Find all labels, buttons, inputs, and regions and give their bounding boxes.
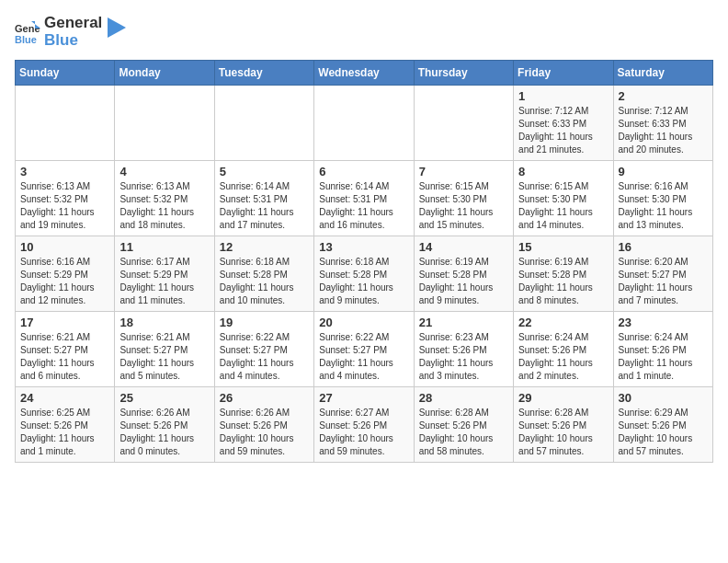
day-number: 8 xyxy=(518,165,608,178)
logo-blue: Blue xyxy=(44,32,102,50)
day-info: Sunrise: 6:19 AM Sunset: 5:28 PM Dayligh… xyxy=(419,256,508,307)
logo-icon: General Blue xyxy=(15,19,40,45)
day-number: 28 xyxy=(419,391,508,405)
day-number: 15 xyxy=(518,240,608,254)
day-info: Sunrise: 6:29 AM Sunset: 5:26 PM Dayligh… xyxy=(619,407,708,458)
day-info: Sunrise: 6:13 AM Sunset: 5:32 PM Dayligh… xyxy=(119,180,209,232)
day-info: Sunrise: 6:13 AM Sunset: 5:32 PM Dayligh… xyxy=(20,180,109,232)
day-number: 18 xyxy=(119,316,209,329)
day-number: 11 xyxy=(119,240,209,254)
calendar-cell: 7Sunrise: 6:15 AM Sunset: 5:30 PM Daylig… xyxy=(414,161,513,236)
calendar-cell: 5Sunrise: 6:14 AM Sunset: 5:31 PM Daylig… xyxy=(214,161,313,236)
calendar-cell: 3Sunrise: 6:13 AM Sunset: 5:32 PM Daylig… xyxy=(16,161,115,236)
calendar-header-wednesday: Wednesday xyxy=(314,61,414,86)
day-number: 6 xyxy=(319,165,408,178)
calendar-cell xyxy=(115,86,214,161)
day-info: Sunrise: 6:16 AM Sunset: 5:30 PM Dayligh… xyxy=(619,180,708,232)
day-info: Sunrise: 6:15 AM Sunset: 5:30 PM Dayligh… xyxy=(419,180,508,232)
day-number: 22 xyxy=(518,316,608,329)
calendar-cell: 10Sunrise: 6:16 AM Sunset: 5:29 PM Dayli… xyxy=(16,236,115,312)
day-info: Sunrise: 6:18 AM Sunset: 5:28 PM Dayligh… xyxy=(319,256,408,307)
logo-arrow-icon xyxy=(108,17,126,38)
day-number: 21 xyxy=(419,316,508,329)
calendar-cell: 12Sunrise: 6:18 AM Sunset: 5:28 PM Dayli… xyxy=(214,236,313,312)
calendar-week-row: 17Sunrise: 6:21 AM Sunset: 5:27 PM Dayli… xyxy=(16,312,713,387)
calendar-header-sunday: Sunday xyxy=(16,61,115,86)
day-number: 27 xyxy=(319,391,408,405)
day-number: 13 xyxy=(319,240,408,254)
svg-text:Blue: Blue xyxy=(15,34,37,45)
calendar-cell: 9Sunrise: 6:16 AM Sunset: 5:30 PM Daylig… xyxy=(613,161,712,236)
calendar-cell xyxy=(314,86,414,161)
day-number: 14 xyxy=(419,240,508,254)
day-info: Sunrise: 6:22 AM Sunset: 5:27 PM Dayligh… xyxy=(220,331,309,383)
day-info: Sunrise: 6:28 AM Sunset: 5:26 PM Dayligh… xyxy=(518,407,608,458)
calendar-cell: 24Sunrise: 6:25 AM Sunset: 5:26 PM Dayli… xyxy=(16,387,115,463)
day-info: Sunrise: 6:18 AM Sunset: 5:28 PM Dayligh… xyxy=(220,256,309,307)
day-info: Sunrise: 6:14 AM Sunset: 5:31 PM Dayligh… xyxy=(319,180,408,232)
day-info: Sunrise: 6:15 AM Sunset: 5:30 PM Dayligh… xyxy=(518,180,608,232)
calendar-header-monday: Monday xyxy=(115,61,214,86)
day-info: Sunrise: 6:14 AM Sunset: 5:31 PM Dayligh… xyxy=(220,180,309,232)
day-number: 23 xyxy=(619,316,708,329)
calendar-cell: 26Sunrise: 6:26 AM Sunset: 5:26 PM Dayli… xyxy=(214,387,313,463)
day-number: 2 xyxy=(619,89,708,103)
logo: General Blue General Blue xyxy=(15,15,126,49)
calendar-cell: 6Sunrise: 6:14 AM Sunset: 5:31 PM Daylig… xyxy=(314,161,414,236)
day-info: Sunrise: 6:24 AM Sunset: 5:26 PM Dayligh… xyxy=(619,331,708,383)
day-number: 1 xyxy=(518,89,608,103)
calendar-header-tuesday: Tuesday xyxy=(214,61,313,86)
day-info: Sunrise: 6:27 AM Sunset: 5:26 PM Dayligh… xyxy=(319,407,408,458)
day-info: Sunrise: 7:12 AM Sunset: 6:33 PM Dayligh… xyxy=(518,105,608,156)
day-number: 26 xyxy=(220,391,309,405)
day-info: Sunrise: 6:17 AM Sunset: 5:29 PM Dayligh… xyxy=(119,256,209,307)
logo-general: General xyxy=(44,15,102,32)
calendar-cell xyxy=(16,86,115,161)
day-info: Sunrise: 6:16 AM Sunset: 5:29 PM Dayligh… xyxy=(20,256,109,307)
calendar-header-row: SundayMondayTuesdayWednesdayThursdayFrid… xyxy=(16,61,713,86)
calendar-cell: 27Sunrise: 6:27 AM Sunset: 5:26 PM Dayli… xyxy=(314,387,414,463)
calendar-header-thursday: Thursday xyxy=(414,61,513,86)
calendar-cell: 1Sunrise: 7:12 AM Sunset: 6:33 PM Daylig… xyxy=(514,86,613,161)
calendar-week-row: 1Sunrise: 7:12 AM Sunset: 6:33 PM Daylig… xyxy=(16,86,713,161)
day-info: Sunrise: 6:21 AM Sunset: 5:27 PM Dayligh… xyxy=(20,331,109,383)
day-number: 12 xyxy=(220,240,309,254)
day-number: 17 xyxy=(20,316,109,329)
day-info: Sunrise: 6:26 AM Sunset: 5:26 PM Dayligh… xyxy=(220,407,309,458)
day-info: Sunrise: 6:26 AM Sunset: 5:26 PM Dayligh… xyxy=(119,407,209,458)
calendar-week-row: 3Sunrise: 6:13 AM Sunset: 5:32 PM Daylig… xyxy=(16,161,713,236)
header: General Blue General Blue xyxy=(15,15,713,49)
calendar-cell: 2Sunrise: 7:12 AM Sunset: 6:33 PM Daylig… xyxy=(613,86,712,161)
day-number: 5 xyxy=(220,165,309,178)
calendar-cell: 22Sunrise: 6:24 AM Sunset: 5:26 PM Dayli… xyxy=(514,312,613,387)
calendar-cell: 17Sunrise: 6:21 AM Sunset: 5:27 PM Dayli… xyxy=(16,312,115,387)
day-number: 24 xyxy=(20,391,109,405)
day-info: Sunrise: 6:28 AM Sunset: 5:26 PM Dayligh… xyxy=(419,407,508,458)
day-info: Sunrise: 6:24 AM Sunset: 5:26 PM Dayligh… xyxy=(518,331,608,383)
calendar-cell: 28Sunrise: 6:28 AM Sunset: 5:26 PM Dayli… xyxy=(414,387,513,463)
calendar-cell: 25Sunrise: 6:26 AM Sunset: 5:26 PM Dayli… xyxy=(115,387,214,463)
svg-marker-3 xyxy=(108,17,126,38)
calendar-cell: 29Sunrise: 6:28 AM Sunset: 5:26 PM Dayli… xyxy=(514,387,613,463)
calendar-cell xyxy=(214,86,313,161)
calendar-cell: 15Sunrise: 6:19 AM Sunset: 5:28 PM Dayli… xyxy=(514,236,613,312)
day-number: 29 xyxy=(518,391,608,405)
day-number: 25 xyxy=(119,391,209,405)
day-number: 16 xyxy=(619,240,708,254)
calendar-cell: 4Sunrise: 6:13 AM Sunset: 5:32 PM Daylig… xyxy=(115,161,214,236)
day-number: 4 xyxy=(119,165,209,178)
calendar-cell: 23Sunrise: 6:24 AM Sunset: 5:26 PM Dayli… xyxy=(613,312,712,387)
calendar-cell: 13Sunrise: 6:18 AM Sunset: 5:28 PM Dayli… xyxy=(314,236,414,312)
day-number: 3 xyxy=(20,165,109,178)
day-number: 10 xyxy=(20,240,109,254)
calendar-week-row: 24Sunrise: 6:25 AM Sunset: 5:26 PM Dayli… xyxy=(16,387,713,463)
calendar-table: SundayMondayTuesdayWednesdayThursdayFrid… xyxy=(15,60,713,463)
day-info: Sunrise: 6:20 AM Sunset: 5:27 PM Dayligh… xyxy=(619,256,708,307)
day-info: Sunrise: 6:22 AM Sunset: 5:27 PM Dayligh… xyxy=(319,331,408,383)
day-info: Sunrise: 6:19 AM Sunset: 5:28 PM Dayligh… xyxy=(518,256,608,307)
calendar-cell: 20Sunrise: 6:22 AM Sunset: 5:27 PM Dayli… xyxy=(314,312,414,387)
calendar-cell: 14Sunrise: 6:19 AM Sunset: 5:28 PM Dayli… xyxy=(414,236,513,312)
calendar-cell: 19Sunrise: 6:22 AM Sunset: 5:27 PM Dayli… xyxy=(214,312,313,387)
day-number: 19 xyxy=(220,316,309,329)
calendar-week-row: 10Sunrise: 6:16 AM Sunset: 5:29 PM Dayli… xyxy=(16,236,713,312)
